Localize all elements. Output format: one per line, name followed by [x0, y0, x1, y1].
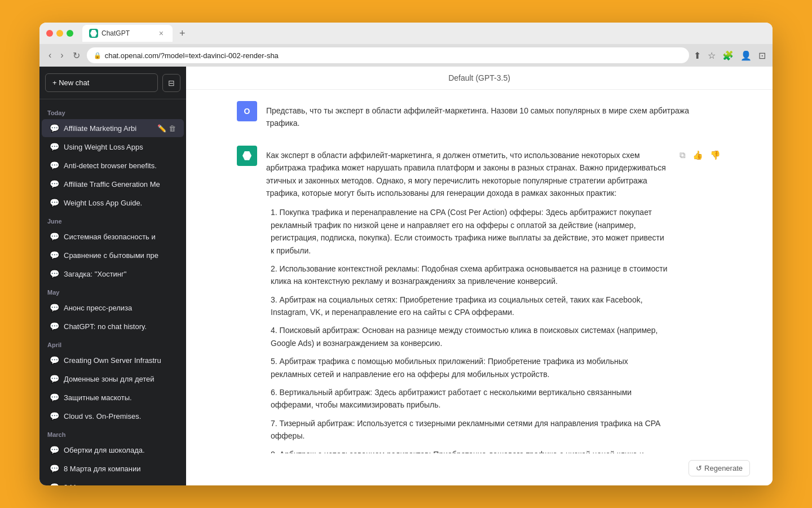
app-container: + New chat ⊟ Today💬Affiliate Marketing A… [39, 67, 773, 485]
sidebar-chat-item[interactable]: 💬Creating Own Server Infrastru [42, 351, 184, 369]
sidebar-chat-item[interactable]: 💬Cloud vs. On-Premises. [42, 407, 184, 425]
list-item: 3. Арбитраж на социальных сетях: Приобре… [266, 294, 669, 319]
main-content: Default (GPT-3.5) O Представь, что ты эк… [186, 67, 773, 485]
sidebar-chat-item[interactable]: 💬Загадка: "Хостинг" [42, 265, 184, 283]
new-chat-button[interactable]: + New chat [45, 73, 158, 92]
chat-item-label: Системная безопасность и [64, 233, 176, 241]
user-message-content: Представь, что ты эксперт в области аффи… [266, 101, 722, 130]
chat-item-label: Загадка: "Хостинг" [64, 270, 176, 278]
sidebar: + New chat ⊟ Today💬Affiliate Marketing A… [39, 67, 186, 485]
traffic-lights [46, 30, 73, 37]
assistant-avatar [237, 146, 257, 166]
chat-item-label: Weight Loss App Guide. [64, 199, 176, 207]
chat-item-label: Anti-detect browser benefits. [64, 161, 176, 170]
maximize-button[interactable] [67, 30, 73, 37]
assistant-message: Как эксперт в области аффилейт-маркетинг… [237, 146, 722, 453]
minimize-button[interactable] [56, 30, 63, 37]
chat-icon: 💬 [50, 124, 59, 133]
more-icon[interactable]: ⊡ [758, 50, 766, 61]
delete-icon[interactable]: 🗑 [169, 124, 176, 133]
sidebar-chat-item[interactable]: 💬Affiliate Traffic Generation Me [42, 175, 184, 193]
chat-item-label: Affiliate Traffic Generation Me [64, 180, 176, 189]
sidebar-section-label: March [39, 426, 186, 440]
title-bar: ChatGPT × + [39, 23, 773, 44]
sidebar-chat-item[interactable]: 💬Защитные маскоты. [42, 388, 184, 406]
chat-item-label: Creating Own Server Infrastru [64, 356, 176, 365]
list-item: 5. Арбитраж трафика с помощью мобильных … [266, 355, 669, 380]
sidebar-chat-item[interactable]: 💬Анонс пресс-релиза [42, 299, 184, 317]
chat-icon: 💬 [50, 411, 59, 421]
bookmark-icon[interactable]: ☆ [708, 50, 716, 61]
chat-icon: 💬 [50, 179, 59, 189]
tab-close-button[interactable]: × [157, 28, 166, 39]
profile-icon[interactable]: 👤 [740, 50, 752, 61]
sidebar-chat-item[interactable]: 💬8 Марта для компании. [42, 478, 184, 485]
chat-item-label: Cloud vs. On-Premises. [64, 412, 176, 421]
thumbs-up-button[interactable]: 👍 [691, 149, 704, 161]
list-item: 8. Арбитраж с использованием редиректов:… [266, 448, 669, 453]
chat-icon: 💬 [50, 198, 59, 207]
lock-icon: 🔒 [94, 52, 102, 59]
chat-icon: 💬 [50, 445, 59, 454]
regenerate-button[interactable]: ↺ Regenerate [689, 460, 750, 476]
chat-icon: 💬 [50, 269, 59, 278]
share-icon[interactable]: ⬆ [694, 50, 701, 61]
browser-window: ChatGPT × + ‹ › ↻ 🔒 chat.openai.com/?mod… [39, 23, 773, 485]
chat-icon: 💬 [50, 374, 59, 383]
toolbar-icons: ⬆ ☆ 🧩 👤 ⊡ [694, 50, 766, 61]
chat-icon: 💬 [50, 356, 59, 365]
chat-item-label: Сравнение с бытовыми пре [64, 251, 176, 260]
active-tab[interactable]: ChatGPT × [82, 25, 173, 42]
sidebar-chat-item[interactable]: 💬Using Weight Loss Apps [42, 138, 184, 156]
sidebar-chat-item[interactable]: 💬Affiliate Marketing Arbi✏️🗑 [42, 119, 184, 137]
chat-header: Default (GPT-3.5) [186, 67, 773, 90]
chat-item-actions: ✏️🗑 [157, 124, 176, 133]
reload-button[interactable]: ↻ [70, 48, 82, 63]
sidebar-section-label: June [39, 212, 186, 227]
chat-item-label: ChatGPT: no chat history. [64, 322, 176, 331]
chat-icon: 💬 [50, 161, 59, 170]
chat-icon: 💬 [50, 322, 59, 331]
address-bar-input[interactable]: 🔒 chat.openai.com/?model=text-davinci-00… [87, 47, 689, 63]
extension-icon[interactable]: 🧩 [722, 50, 734, 61]
chat-item-label: Анонс пресс-релиза [64, 304, 176, 312]
chat-icon: 💬 [50, 303, 59, 312]
tab-title: ChatGPT [102, 29, 130, 37]
model-label: Default (GPT-3.5) [448, 73, 510, 82]
sidebar-collapse-button[interactable]: ⊟ [162, 74, 180, 92]
chat-icon: 💬 [50, 232, 59, 241]
chat-messages: O Представь, что ты эксперт в области аф… [186, 90, 773, 453]
user-avatar: O [237, 101, 257, 121]
chat-footer: ↺ Regenerate [186, 453, 773, 485]
copy-button[interactable]: ⧉ [678, 149, 687, 161]
sidebar-chat-item[interactable]: 💬ChatGPT: no chat history. [42, 317, 184, 335]
assistant-intro: Как эксперт в области аффилейт-маркетинг… [266, 149, 669, 200]
chat-icon: 💬 [50, 483, 59, 485]
chat-item-label: Affiliate Marketing Arbi [64, 124, 153, 133]
chat-item-label: Обертки для шоколада. [64, 446, 176, 454]
list-item: 1. Покупка трафика и перенаправление на … [266, 206, 669, 257]
sidebar-chat-item[interactable]: 💬Обертки для шоколада. [42, 441, 184, 459]
new-chat-label: + New chat [52, 78, 89, 87]
edit-icon[interactable]: ✏️ [157, 124, 166, 133]
sidebar-section-label: May [39, 283, 186, 298]
new-tab-button[interactable]: + [175, 28, 190, 40]
sidebar-chat-item[interactable]: 💬Системная безопасность и [42, 227, 184, 246]
tabs-area: ChatGPT × + [82, 25, 190, 42]
list-item: 6. Вертикальный арбитраж: Здесь арбитраж… [266, 386, 669, 411]
chat-icon: 💬 [50, 393, 59, 402]
close-button[interactable] [46, 30, 53, 37]
tab-favicon [89, 29, 98, 38]
chat-item-label: Защитные маскоты. [64, 393, 176, 402]
forward-button[interactable]: › [58, 48, 65, 63]
sidebar-chat-item[interactable]: 💬8 Марта для компании [42, 459, 184, 478]
list-item: 2. Использование контекстной рекламы: По… [266, 262, 669, 288]
sidebar-chat-item[interactable]: 💬Weight Loss App Guide. [42, 194, 184, 212]
thumbs-down-button[interactable]: 👎 [709, 149, 722, 161]
back-button[interactable]: ‹ [46, 48, 54, 63]
sidebar-chat-item[interactable]: 💬Доменные зоны для детей [42, 370, 184, 388]
sidebar-section-label: Today [39, 104, 186, 119]
sidebar-chat-item[interactable]: 💬Сравнение с бытовыми пре [42, 246, 184, 264]
sidebar-chat-item[interactable]: 💬Anti-detect browser benefits. [42, 156, 184, 174]
assistant-list: 1. Покупка трафика и перенаправление на … [266, 206, 669, 453]
